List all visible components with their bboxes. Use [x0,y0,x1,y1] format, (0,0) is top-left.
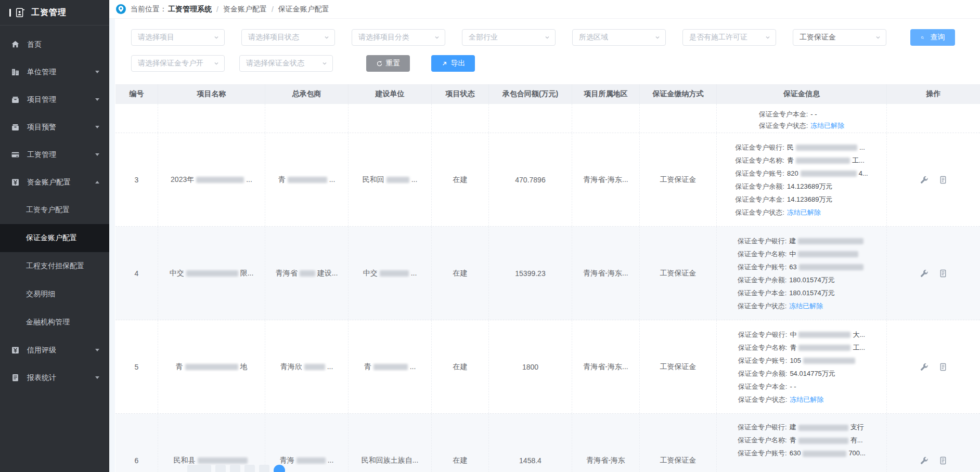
sidebar-item-project-management[interactable]: 项目管理 [0,86,109,113]
deposit-info-line: 保证金专户账号:8204... [735,167,868,180]
yen-icon [11,178,20,187]
sidebar-item-label: 工资专户配置 [26,205,70,215]
info-label: 保证金专户状态: [738,302,787,310]
filter-select-deposit-account-open[interactable]: 请选择保证金专户开 [131,55,225,72]
text-fragment: 2023年 [171,175,194,183]
chevron-down-icon [95,98,99,101]
breadcrumb-item-deposit-account[interactable]: 保证金账户配置 [278,5,329,14]
filter-select-deposit-status[interactable]: 请选择保证金状态 [239,55,333,72]
reset-button[interactable]: 重置 [366,55,410,72]
search-icon [921,34,927,41]
cell-text: 青... [364,362,416,372]
configure-wrench-button[interactable] [920,175,929,185]
cell-deposit-info: 保证金专户本金:- -保证金专户状态:冻结已解除 [717,104,887,133]
info-label: 保证金专户本金: [738,383,788,390]
info-label: 保证金专户余额: [738,276,787,284]
deposit-info-line: 保证金专户本金:- - [738,380,865,393]
chevron-down-icon [654,34,661,41]
deposit-info: 保证金专户银行:建支行保证金专户名称:青有...保证金专户账号:630700..… [738,421,866,460]
deposit-status-link[interactable]: 冻结已解除 [787,208,821,216]
info-label: 保证金专户名称: [735,156,784,164]
cell-deposit-info: 保证金专户银行:建保证金专户名称:中保证金专户账号:63保证金专户余额:180.… [717,227,887,320]
building-icon [11,68,20,76]
sidebar-item-label: 报表统计 [27,373,56,383]
configure-wrench-button[interactable] [920,269,929,278]
select-value: 请选择保证金专户开 [138,59,203,68]
pagination-page-button[interactable] [259,465,269,472]
info-label: 保证金专户名称: [738,436,787,444]
cell-region: 青海省-海东... [572,227,640,320]
deposit-status-link[interactable]: 冻结已解除 [790,396,823,403]
export-arrow-icon [441,60,448,67]
redacted-text [798,425,848,431]
deposit-info-line: 保证金专户状态:冻结已解除 [759,120,845,132]
card-icon [11,150,20,159]
info-label: 保证金专户账号: [738,449,787,457]
sidebar-item-salary-account-config[interactable]: 工资专户配置 [0,196,109,224]
export-button[interactable]: 导出 [431,55,475,72]
sidebar-item-salary-management[interactable]: 工资管理 [0,141,109,168]
sidebar-item-credit-rating[interactable]: 信用评级 [0,336,109,364]
filter-select-construction-permit[interactable]: 是否有施工许可证 [682,29,776,46]
redacted-text [798,345,850,351]
pagination-page-button[interactable] [215,465,226,472]
pagination-page-button[interactable] [244,465,255,472]
cell-pay-method: 工资保证金 [640,133,717,226]
cell-row-number: 6 [115,414,158,472]
cell-actions [887,104,980,133]
column-header-pay-method: 保证金缴纳方式 [640,84,717,104]
search-button[interactable]: 查询 [910,29,955,46]
select-value: 请选择项目分类 [358,33,409,42]
sidebar-item-project-warning[interactable]: 项目预警 [0,113,109,141]
sidebar-item-label: 保证金账户配置 [26,233,77,243]
configure-wrench-button[interactable] [920,456,929,465]
sidebar-item-payment-guarantee-config[interactable]: 工程支付担保配置 [0,252,109,280]
sidebar-item-transaction-detail[interactable]: 交易明细 [0,280,109,308]
chevron-down-icon [544,34,551,41]
sidebar-item-unit-management[interactable]: 单位管理 [0,58,109,86]
sidebar-item-report-statistics[interactable]: 报表统计 [0,364,109,391]
sidebar-item-financial-institution[interactable]: 金融机构管理 [0,308,109,336]
column-header-builder: 建设单位 [349,84,432,104]
sidebar-item-deposit-account-config[interactable]: 保证金账户配置 [0,224,109,252]
cell-project-name [158,104,265,133]
cell-deposit-info: 保证金专户银行:民...保证金专户名称:青工...保证金专户账号:8204...… [717,133,887,226]
filter-select-deposit-type[interactable]: 工资保证金 [793,29,886,46]
configure-wrench-button[interactable] [920,362,929,372]
detail-document-button[interactable] [938,362,948,372]
sidebar-item-fund-account-config[interactable]: 资金账户配置 [0,168,109,196]
filter-select-region[interactable]: 所选区域 [572,29,666,46]
detail-document-button[interactable] [938,456,948,465]
cell-text: 中交限... [170,269,254,278]
chevron-down-icon [764,34,771,41]
text-fragment: 民和回族土族自 [362,456,412,464]
cell-builder [349,104,432,133]
info-label: 保证金专户账号: [738,357,788,364]
detail-document-button[interactable] [938,175,948,185]
box-icon [11,95,20,104]
cell-status [432,104,489,133]
text-fragment: 民和县 [174,456,196,464]
breadcrumb-root[interactable]: 工资管理系统 [168,5,212,14]
cell-pay-method: 工资保证金 [640,320,717,413]
select-value: 请选择项目 [138,33,174,42]
sidebar-item-label: 首页 [27,40,42,49]
sidebar-item-home[interactable]: 首页 [0,31,109,58]
info-label: 保证金专户银行: [735,143,784,151]
pagination[interactable] [187,465,285,472]
filter-select-industry[interactable]: 全部行业 [462,29,556,46]
info-label: 保证金专户状态: [735,208,784,216]
detail-document-button[interactable] [938,269,948,278]
info-label: 保证金专户本金: [735,195,784,203]
breadcrumb-item-fund-account[interactable]: 资金账户配置 [223,5,267,14]
filter-select-project-status[interactable]: 请选择项目状态 [241,29,335,46]
deposit-status-link[interactable]: 冻结已解除 [810,122,844,129]
deposit-status-link[interactable]: 冻结已解除 [789,302,823,310]
column-header-contract-amount: 承包合同额(万元) [489,84,572,104]
info-value: 14.123689万元 [787,195,832,203]
pagination-page-button[interactable] [230,465,240,472]
pagination-active-page[interactable] [274,465,285,472]
filter-select-project-category[interactable]: 请选择项目分类 [352,29,445,46]
filter-select-project[interactable]: 请选择项目 [131,29,225,46]
cell-text: 青海欣... [280,362,333,372]
